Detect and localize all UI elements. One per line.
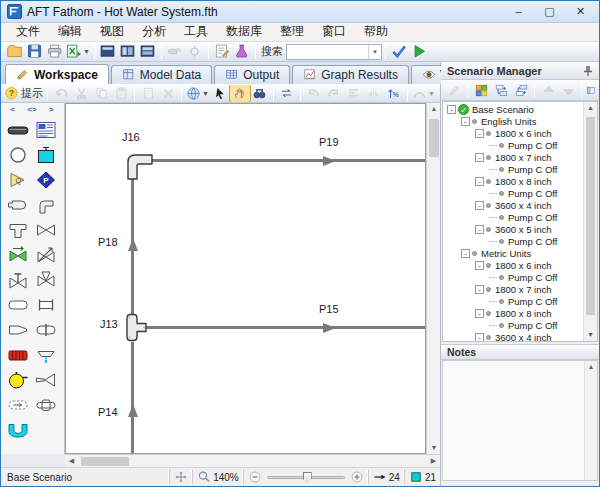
- tree-item[interactable]: -1800 x 8 inch: [443, 307, 583, 319]
- menu-item-8[interactable]: 帮助: [355, 22, 397, 42]
- background-picture-button[interactable]: ▼: [185, 85, 210, 102]
- fitting-tool[interactable]: [5, 194, 31, 216]
- pipe-P15[interactable]: [146, 326, 426, 329]
- annotation-manager-button[interactable]: [212, 43, 232, 61]
- spray-discharge-tool[interactable]: [33, 344, 59, 366]
- tab-output[interactable]: Output: [214, 65, 290, 84]
- tree-scroll-down-icon[interactable]: ▼: [584, 329, 597, 341]
- collapse-icon[interactable]: -: [475, 177, 484, 186]
- tree-scroll-thumb[interactable]: [586, 117, 595, 315]
- pipe-tool[interactable]: [5, 119, 31, 141]
- weir-tool[interactable]: [5, 419, 31, 441]
- search-input[interactable]: [287, 45, 368, 58]
- tree-item[interactable]: -1800 x 7 inch: [443, 151, 583, 163]
- general-component-tool[interactable]: [5, 294, 31, 316]
- zoom-to-fit-button[interactable]: [169, 470, 192, 485]
- move-up-button[interactable]: [538, 82, 558, 99]
- tree-item[interactable]: -Metric Units: [443, 247, 583, 259]
- search-combobox[interactable]: ▼: [286, 44, 382, 60]
- junction-label-J13[interactable]: J13: [99, 318, 119, 330]
- pipe-segment-button[interactable]: ▼: [411, 85, 436, 102]
- scroll-up-icon[interactable]: ▲: [427, 103, 441, 115]
- scroll-down-icon[interactable]: ▼: [427, 442, 441, 454]
- pump-tool[interactable]: [5, 369, 31, 391]
- menu-item-4[interactable]: 工具: [175, 22, 217, 42]
- orifice-tool[interactable]: [33, 319, 59, 341]
- control-valve-tool[interactable]: [33, 244, 59, 266]
- zoom-slider-track[interactable]: [267, 476, 345, 479]
- pipe-label-P18[interactable]: P18: [97, 236, 119, 248]
- zoom-slider-thumb[interactable]: [303, 472, 312, 484]
- junction-drawing-button[interactable]: [185, 43, 205, 61]
- tab-workspace[interactable]: Workspace: [5, 64, 109, 84]
- search-dropdown-icon[interactable]: ▼: [368, 45, 381, 59]
- flip-button[interactable]: [364, 85, 384, 102]
- move-down-button[interactable]: [558, 82, 578, 99]
- collapse-icon[interactable]: -: [447, 105, 456, 114]
- toolbox-nav-0[interactable]: <: [10, 105, 15, 114]
- fluid-properties-button[interactable]: [232, 43, 252, 61]
- tree-item[interactable]: Pump C Off: [443, 139, 583, 151]
- collapse-icon[interactable]: -: [475, 261, 484, 270]
- validate-model-button[interactable]: [389, 43, 409, 61]
- collapse-icon[interactable]: -: [461, 117, 470, 126]
- canvas-horizontal-scrollbar[interactable]: ◀ ▶: [65, 454, 440, 467]
- valve-tool[interactable]: [33, 219, 59, 241]
- tree-item[interactable]: -1800 x 7 inch: [443, 283, 583, 295]
- bend-tool[interactable]: [33, 194, 59, 216]
- scroll-right-icon[interactable]: ▶: [427, 455, 440, 467]
- tree-item[interactable]: Pump C Off: [443, 235, 583, 247]
- print-button[interactable]: [44, 43, 64, 61]
- notes-scrollbar[interactable]: ▲: [584, 361, 597, 480]
- toolbox-nav-2[interactable]: >: [49, 105, 54, 114]
- collapse-icon[interactable]: -: [475, 333, 484, 342]
- window-layout-horizontal-button[interactable]: [138, 43, 158, 61]
- collapse-icon[interactable]: -: [475, 153, 484, 162]
- tips-button[interactable]: ? 提示: [3, 85, 44, 102]
- branch-junction-tool[interactable]: [5, 144, 31, 166]
- notes-body[interactable]: ▲: [442, 360, 598, 481]
- zoom-out-icon[interactable]: [248, 470, 262, 484]
- rotate-left-button[interactable]: [304, 85, 324, 102]
- delete-button[interactable]: [158, 85, 178, 102]
- menu-item-7[interactable]: 窗口: [313, 22, 355, 42]
- volume-balance-tool[interactable]: [5, 394, 31, 416]
- canvas-vertical-scrollbar[interactable]: ▲ ▼: [426, 103, 440, 454]
- tree-scroll-up-icon[interactable]: ▲: [584, 102, 597, 114]
- assigned-pressure-tool[interactable]: P: [33, 169, 59, 191]
- pipe-label-P14[interactable]: P14: [97, 406, 119, 418]
- tree-item[interactable]: Pump C Off: [443, 211, 583, 223]
- collapse-icon[interactable]: -: [475, 201, 484, 210]
- area-change-tool[interactable]: [5, 319, 31, 341]
- junction-J13[interactable]: [124, 312, 148, 346]
- pipe-P14[interactable]: [131, 342, 134, 453]
- run-model-button[interactable]: [409, 43, 429, 61]
- collapse-icon[interactable]: -: [475, 285, 484, 294]
- tee-tool[interactable]: [5, 219, 31, 241]
- coupling-tool[interactable]: [33, 394, 59, 416]
- pan-tool-button[interactable]: [230, 85, 250, 102]
- menu-item-3[interactable]: 分析: [133, 22, 175, 42]
- tree-item[interactable]: -3600 x 4 inch: [443, 331, 583, 342]
- select-tool-button[interactable]: [210, 85, 230, 102]
- copy-button[interactable]: [91, 85, 111, 102]
- tree-item[interactable]: -English Units: [443, 115, 583, 127]
- undo-button[interactable]: [51, 85, 71, 102]
- pin-icon[interactable]: [583, 65, 593, 77]
- tree-item[interactable]: -3600 x 5 inch: [443, 223, 583, 235]
- collapse-icon[interactable]: -: [475, 129, 484, 138]
- insert-parent-button[interactable]: [511, 82, 531, 99]
- pipe-label-P15[interactable]: P15: [318, 303, 340, 315]
- flanged-connection-tool[interactable]: [33, 294, 59, 316]
- open-button[interactable]: [4, 43, 24, 61]
- window-layout-vertical-button[interactable]: [118, 43, 138, 61]
- align-button[interactable]: [344, 85, 364, 102]
- rotate-right-button[interactable]: [324, 85, 344, 102]
- heat-exchanger-tool[interactable]: [5, 344, 31, 366]
- find-button[interactable]: [250, 85, 270, 102]
- tree-item[interactable]: Pump C Off: [443, 319, 583, 331]
- tab-graph-results[interactable]: Graph Results: [292, 65, 409, 84]
- save-button[interactable]: [24, 43, 44, 61]
- renumber-button[interactable]: %: [384, 85, 404, 102]
- junction-label-J16[interactable]: J16: [121, 131, 141, 143]
